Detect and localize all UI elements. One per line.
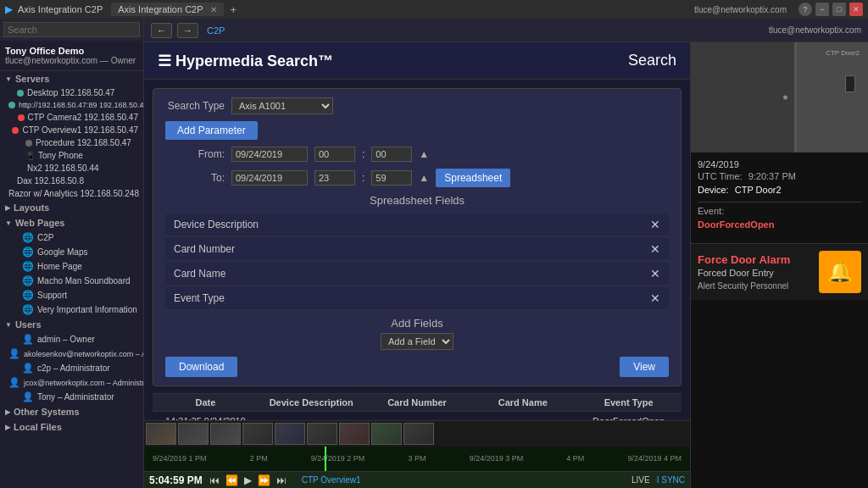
timeline-bar[interactable]: 9/24/2019 1 PM 2 PM 9/24/2019 2 PM 3 PM … <box>144 446 690 472</box>
from-date-input[interactable] <box>231 147 308 162</box>
remove-card-number-button[interactable]: ✕ <box>650 242 660 256</box>
camera-view: CTP Door2 <box>691 42 868 152</box>
servers-section[interactable]: ▼ Servers <box>0 71 143 86</box>
user-email: tluce@networkoptix.com <box>694 5 787 14</box>
sidebar-item-dax[interactable]: Dax 192.168.50.8 <box>0 175 143 187</box>
layouts-section[interactable]: ▶ Layouts <box>0 200 143 215</box>
sidebar-item-ctp-overview1[interactable]: CTP Overview1 192.168.50.47 <box>0 124 143 136</box>
help-button[interactable]: ? <box>798 3 812 16</box>
from-hour-input[interactable] <box>314 147 355 162</box>
utc-time-value: 9:20:37 PM <box>748 171 796 181</box>
remove-event-type-button[interactable]: ✕ <box>650 291 660 305</box>
minimize-button[interactable]: − <box>815 3 829 16</box>
search-type-select[interactable]: Axis A1001 <box>231 97 333 114</box>
users-section[interactable]: ▼ Users <box>0 317 143 332</box>
phone-icon: 📱 <box>25 152 35 160</box>
from-min-input[interactable] <box>371 147 412 162</box>
device-name: CTP Door2 <box>735 185 782 195</box>
sidebar-item-jcox[interactable]: 👤 jcox@networkoptix.com – Administrator <box>0 375 143 390</box>
tab-close-icon[interactable]: ✕ <box>210 5 217 14</box>
close-button[interactable]: ✕ <box>849 3 863 16</box>
play-button[interactable]: ▶ <box>242 474 253 486</box>
sidebar: Tony Office Demo tluce@networkoptix.com … <box>0 19 144 488</box>
timeline-thumb[interactable] <box>242 423 273 445</box>
cell-device <box>259 414 364 420</box>
download-button[interactable]: Download <box>165 357 237 377</box>
skip-end-button[interactable]: ⏭ <box>275 474 288 486</box>
maximize-button[interactable]: □ <box>832 3 846 16</box>
timeline-thumb[interactable] <box>403 423 434 445</box>
sidebar-item-tony-phone[interactable]: 📱 Tony Phone <box>0 149 143 162</box>
other-systems-section[interactable]: ▶ Other Systems <box>0 404 143 419</box>
back-button[interactable]: ← <box>151 23 172 38</box>
sidebar-item-c2p[interactable]: 🌐 C2P <box>0 230 143 245</box>
sidebar-item-desktop[interactable]: Desktop 192.168.50.47 <box>0 86 143 99</box>
table-row[interactable]: 14:31:25 9/24/2019 DoorForcedOpen <box>153 412 682 420</box>
spreadsheet-button[interactable]: Spreadsheet <box>436 169 510 187</box>
item-label: Procedure 192.168.50.47 <box>36 138 131 147</box>
from-increment[interactable]: ▲ <box>419 148 429 160</box>
alarm-title: Force Door Alarm <box>698 253 812 266</box>
step-forward-button[interactable]: ⏩ <box>256 474 272 486</box>
expand-icon: ▼ <box>5 75 12 83</box>
sidebar-item-razor[interactable]: Razor w/ Analytics 192.168.50.248 <box>0 187 143 200</box>
main-header: ☰ Hypermedia Search™ Search <box>144 42 690 80</box>
sidebar-item-procedure[interactable]: Procedure 192.168.50.47 <box>0 136 143 149</box>
forward-button[interactable]: → <box>177 23 198 38</box>
sidebar-item-nx2[interactable]: Nx2 192.168.50.44 <box>0 162 143 175</box>
layouts-label: Layouts <box>14 202 49 213</box>
to-date-input[interactable] <box>231 170 308 186</box>
remove-device-desc-button[interactable]: ✕ <box>650 218 660 231</box>
to-min-input[interactable] <box>371 170 412 186</box>
to-hour-input[interactable] <box>314 170 355 186</box>
sidebar-item-http[interactable]: http://192.168.50.47:89 192.168.50.47 <box>0 99 143 111</box>
webpage-icon: 🌐 <box>22 247 34 258</box>
status-dot <box>18 114 25 121</box>
expand-icon: ▶ <box>5 424 10 431</box>
sidebar-item-support[interactable]: 🌐 Support <box>0 288 143 302</box>
field-label: Event Type <box>174 292 225 304</box>
titlebar-tab[interactable]: Axis Integration C2P ✕ <box>111 3 223 16</box>
step-back-button[interactable]: ⏪ <box>224 474 240 486</box>
search-type-row: Search Type Axis A1001 <box>165 97 669 114</box>
item-label: Tony Phone <box>38 151 83 160</box>
sidebar-item-admin[interactable]: 👤 admin – Owner <box>0 332 143 347</box>
local-files-section[interactable]: ▶ Local Files <box>0 419 143 435</box>
add-field-row: Add a Field <box>165 333 669 350</box>
timeline-thumb[interactable]: 24 September 2019 2:20:38 PM <box>210 423 241 445</box>
search-input[interactable] <box>3 22 140 37</box>
sync-button[interactable]: I SYNC <box>657 475 685 485</box>
sidebar-item-google-maps[interactable]: 🌐 Google Maps <box>0 245 143 259</box>
page-title: ☰ Hypermedia Search™ <box>158 52 333 70</box>
timeline-label: 2 PM <box>250 454 268 463</box>
sidebar-item-home-page[interactable]: 🌐 Home Page <box>0 259 143 274</box>
timeline-thumb[interactable] <box>275 423 305 445</box>
sidebar-item-very-important[interactable]: 🌐 Very Important Information <box>0 302 143 317</box>
new-tab-button[interactable]: + <box>231 3 237 16</box>
timeline-label: 3 PM <box>408 454 426 463</box>
live-button[interactable]: LIVE <box>632 475 650 485</box>
timeline-thumb[interactable] <box>178 423 209 445</box>
timeline-thumb[interactable] <box>146 423 176 445</box>
search-form: Search Type Axis A1001 Add Parameter Fro… <box>153 88 682 386</box>
timeline-thumb[interactable] <box>371 423 402 445</box>
field-row-device-desc: Device Description ✕ <box>165 214 669 236</box>
add-parameter-button[interactable]: Add Parameter <box>165 121 258 140</box>
add-field-select[interactable]: Add a Field <box>381 333 453 350</box>
web-pages-section[interactable]: ▼ Web Pages <box>0 215 143 230</box>
item-label: Google Maps <box>37 247 87 257</box>
timeline-thumb[interactable] <box>339 423 370 445</box>
to-colon: : <box>362 172 364 184</box>
sidebar-item-ctp-camera2[interactable]: CTP Camera2 192.168.50.47 <box>0 111 143 124</box>
alarm-subtitle: Forced Door Entry <box>698 268 812 278</box>
skip-start-button[interactable]: ⏮ <box>208 474 221 486</box>
timeline-thumb[interactable] <box>307 423 337 445</box>
sidebar-item-macho-man[interactable]: 🌐 Macho Man Soundboard <box>0 274 143 288</box>
view-button[interactable]: View <box>620 357 669 377</box>
to-increment[interactable]: ▲ <box>419 172 429 184</box>
sidebar-item-tony[interactable]: 👤 Tony – Administrator <box>0 390 143 404</box>
remove-card-name-button[interactable]: ✕ <box>650 267 660 280</box>
sidebar-item-c2p-user[interactable]: 👤 c2p – Administrator <box>0 361 143 375</box>
sidebar-item-akolesenkov[interactable]: 👤 akolesenkov@networkoptix.com – Admi... <box>0 347 143 361</box>
from-colon: : <box>362 148 364 160</box>
